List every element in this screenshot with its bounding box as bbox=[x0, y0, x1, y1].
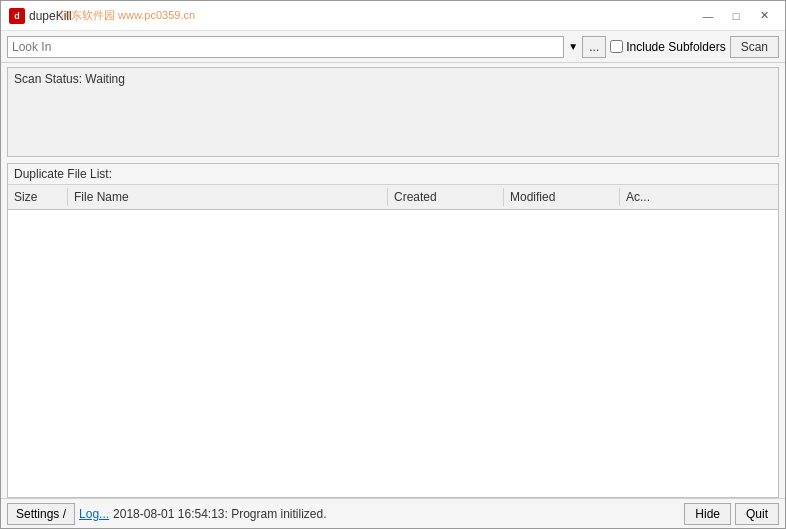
duplicate-file-section: Duplicate File List: Size File Name Crea… bbox=[7, 163, 779, 498]
main-window: d dupeKill — □ ✕ 河东软件园 www.pc0359.cn ▼ .… bbox=[0, 0, 786, 529]
scan-status-text: Scan Status: Waiting bbox=[14, 72, 125, 86]
toolbar: ▼ ... Include Subfolders Scan bbox=[1, 31, 785, 63]
file-list-header: Size File Name Created Modified Ac... bbox=[8, 185, 778, 210]
path-input[interactable] bbox=[7, 36, 564, 58]
app-icon: d bbox=[9, 8, 25, 24]
scan-status-panel: Scan Status: Waiting bbox=[7, 67, 779, 157]
col-header-accessed[interactable]: Ac... bbox=[620, 188, 700, 206]
minimize-button[interactable]: — bbox=[695, 6, 721, 26]
include-subfolders-checkbox[interactable] bbox=[610, 40, 623, 53]
duplicate-file-section-label: Duplicate File List: bbox=[8, 164, 778, 185]
include-subfolders-label: Include Subfolders bbox=[626, 40, 725, 54]
col-header-created[interactable]: Created bbox=[388, 188, 504, 206]
col-header-filename[interactable]: File Name bbox=[68, 188, 388, 206]
include-subfolders-wrapper: Include Subfolders bbox=[610, 40, 725, 54]
col-header-size[interactable]: Size bbox=[8, 188, 68, 206]
log-link[interactable]: Log... bbox=[79, 507, 109, 521]
col-header-modified[interactable]: Modified bbox=[504, 188, 620, 206]
close-button[interactable]: ✕ bbox=[751, 6, 777, 26]
scan-button[interactable]: Scan bbox=[730, 36, 779, 58]
status-bar: Settings / Log... 2018-08-01 16:54:13: P… bbox=[1, 498, 785, 528]
status-message: 2018-08-01 16:54:13: Program initilized. bbox=[113, 507, 680, 521]
file-list-body[interactable] bbox=[8, 210, 778, 497]
browse-button[interactable]: ... bbox=[582, 36, 606, 58]
dropdown-arrow-icon: ▼ bbox=[568, 41, 578, 52]
hide-button[interactable]: Hide bbox=[684, 503, 731, 525]
settings-button[interactable]: Settings / bbox=[7, 503, 75, 525]
watermark: 河东软件园 www.pc0359.cn bbox=[60, 8, 195, 23]
maximize-button[interactable]: □ bbox=[723, 6, 749, 26]
quit-button[interactable]: Quit bbox=[735, 503, 779, 525]
window-controls: — □ ✕ bbox=[695, 6, 777, 26]
